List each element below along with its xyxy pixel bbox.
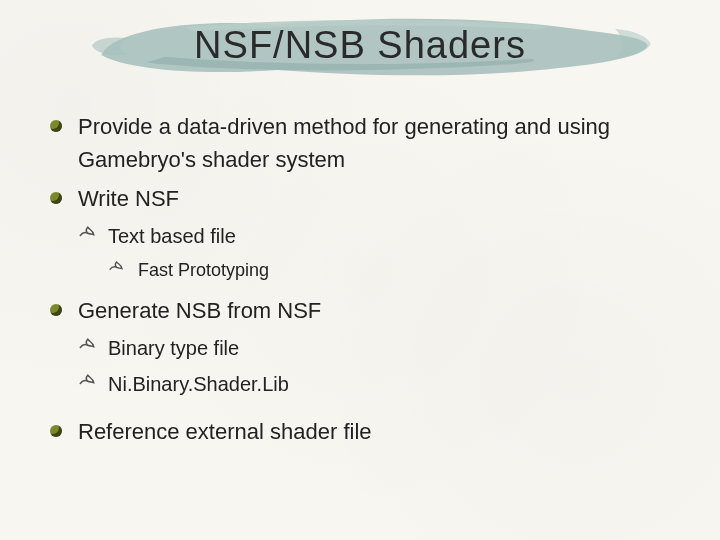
bullet-lvl1: Write NSF xyxy=(50,182,670,215)
bullet-lvl2: Ni.Binary.Shader.Lib xyxy=(78,369,670,399)
bullet-text: Generate NSB from NSF xyxy=(78,298,321,323)
bullet-text: Provide a data-driven method for generat… xyxy=(78,114,610,172)
bullet-lvl1: Reference external shader file xyxy=(50,415,670,448)
bullet-lvl2: Text based file xyxy=(78,221,670,251)
bullet-text: Reference external shader file xyxy=(78,419,372,444)
bullet-lvl3: Fast Prototyping xyxy=(108,257,670,284)
bullet-text: Binary type file xyxy=(108,337,239,359)
bullet-lvl1: Generate NSB from NSF xyxy=(50,294,670,327)
bullet-text: Text based file xyxy=(108,225,236,247)
bullet-text: Write NSF xyxy=(78,186,179,211)
title-area: NSF/NSB Shaders xyxy=(50,0,670,110)
slide: NSF/NSB Shaders Provide a data-driven me… xyxy=(0,0,720,540)
slide-title: NSF/NSB Shaders xyxy=(50,0,670,67)
bullet-lvl2: Binary type file xyxy=(78,333,670,363)
bullet-text: Fast Prototyping xyxy=(138,260,269,280)
bullet-text: Ni.Binary.Shader.Lib xyxy=(108,373,289,395)
bullet-lvl1: Provide a data-driven method for generat… xyxy=(50,110,670,176)
slide-body: Provide a data-driven method for generat… xyxy=(50,110,670,448)
